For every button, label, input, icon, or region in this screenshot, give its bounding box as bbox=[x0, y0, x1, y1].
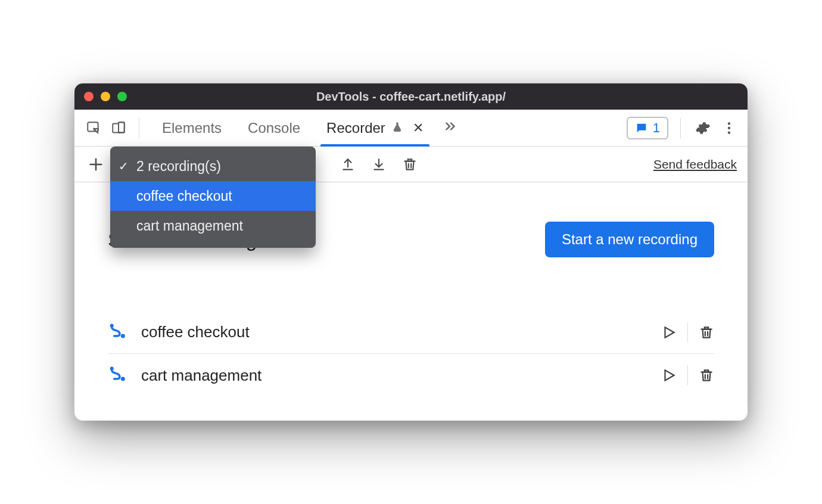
svg-point-8 bbox=[121, 334, 125, 338]
tab-label: Elements bbox=[162, 120, 222, 136]
recorder-toolbar: Send feedback ✓ 2 recording(s) coffee ch… bbox=[74, 147, 748, 182]
separator bbox=[687, 322, 688, 343]
chevrons-right-icon bbox=[443, 119, 458, 138]
more-options-icon[interactable] bbox=[719, 118, 739, 138]
separator bbox=[680, 118, 681, 138]
tabbar-right: 1 bbox=[627, 117, 739, 139]
titlebar: DevTools - coffee-cart.netlify.app/ bbox=[74, 83, 748, 110]
import-icon[interactable] bbox=[368, 154, 390, 175]
new-recording-icon[interactable] bbox=[85, 154, 107, 175]
dropdown-summary[interactable]: ✓ 2 recording(s) bbox=[110, 151, 316, 181]
dropdown-item-label: cart management bbox=[136, 218, 243, 234]
svg-rect-0 bbox=[88, 122, 98, 131]
play-icon[interactable] bbox=[661, 325, 677, 340]
delete-icon[interactable] bbox=[399, 154, 421, 175]
issues-chip[interactable]: 1 bbox=[627, 117, 668, 139]
zoom-window-button[interactable] bbox=[117, 92, 127, 101]
dropdown-item[interactable]: cart management bbox=[110, 211, 316, 241]
close-window-button[interactable] bbox=[84, 92, 94, 101]
start-recording-button[interactable]: Start a new recording bbox=[545, 222, 714, 257]
recordings-dropdown[interactable]: ✓ 2 recording(s) coffee checkout cart ma… bbox=[110, 147, 316, 248]
row-actions bbox=[661, 322, 714, 343]
svg-point-10 bbox=[121, 377, 125, 381]
tab-elements[interactable]: Elements bbox=[149, 110, 235, 146]
recording-row[interactable]: cart management bbox=[108, 354, 714, 397]
experiment-flask-icon bbox=[391, 120, 403, 136]
issues-count: 1 bbox=[653, 120, 660, 136]
separator bbox=[139, 118, 139, 138]
device-toolbar-icon[interactable] bbox=[108, 117, 129, 139]
inspect-element-icon[interactable] bbox=[83, 117, 104, 139]
tab-console[interactable]: Console bbox=[235, 110, 313, 146]
recording-row[interactable]: coffee checkout bbox=[108, 311, 714, 354]
svg-point-5 bbox=[728, 126, 730, 129]
dropdown-item-label: coffee checkout bbox=[136, 188, 232, 204]
dropdown-item-selected[interactable]: coffee checkout bbox=[110, 181, 316, 211]
minimize-window-button[interactable] bbox=[101, 92, 110, 101]
close-tab-icon[interactable]: ✕ bbox=[413, 120, 424, 136]
dropdown-summary-label: 2 recording(s) bbox=[136, 158, 221, 175]
trash-icon[interactable] bbox=[699, 368, 714, 383]
separator bbox=[687, 365, 688, 385]
more-tabs-button[interactable] bbox=[437, 110, 464, 146]
settings-gear-icon[interactable] bbox=[693, 118, 713, 138]
tab-label: Console bbox=[248, 120, 300, 136]
flow-icon bbox=[108, 365, 127, 386]
recordings-list: coffee checkout bbox=[108, 311, 714, 397]
recording-name: cart management bbox=[141, 366, 647, 385]
window-title: DevTools - coffee-cart.netlify.app/ bbox=[74, 90, 748, 104]
export-icon[interactable] bbox=[337, 154, 359, 175]
trash-icon[interactable] bbox=[699, 325, 714, 340]
tab-label: Recorder bbox=[326, 120, 385, 136]
recording-name: coffee checkout bbox=[141, 323, 647, 341]
flow-icon bbox=[108, 322, 127, 343]
tab-recorder[interactable]: Recorder ✕ bbox=[313, 110, 437, 146]
panel-tabs: Elements Console Recorder ✕ bbox=[149, 110, 464, 146]
svg-rect-2 bbox=[119, 122, 124, 132]
traffic-lights bbox=[84, 92, 127, 101]
send-feedback-link[interactable]: Send feedback bbox=[653, 157, 737, 172]
devtools-window: DevTools - coffee-cart.netlify.app/ Elem… bbox=[74, 83, 748, 421]
check-icon: ✓ bbox=[119, 159, 129, 173]
svg-point-4 bbox=[728, 122, 730, 125]
svg-point-6 bbox=[728, 131, 730, 133]
row-actions bbox=[661, 365, 714, 385]
play-icon[interactable] bbox=[661, 368, 677, 383]
devtools-tabbar: Elements Console Recorder ✕ bbox=[74, 110, 748, 147]
